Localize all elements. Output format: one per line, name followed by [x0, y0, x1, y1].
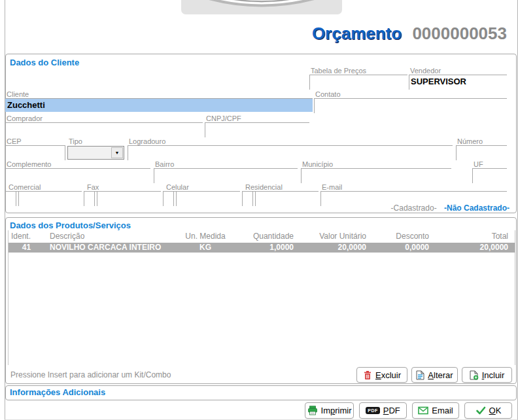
column-header-descricao: Descrição: [44, 232, 173, 241]
complemento-input[interactable]: [5, 168, 150, 183]
cell-desconto: 0,0000: [370, 243, 433, 253]
fax-ddd-input[interactable]: [84, 192, 95, 206]
column-header-quantidade: Quantidade: [238, 232, 298, 241]
residencial-input[interactable]: [255, 192, 319, 206]
comercial-input[interactable]: [18, 192, 82, 206]
fax-label: Fax: [87, 184, 161, 191]
column-header-valor-unitario: Valor Unitário: [298, 232, 370, 241]
contato-label: Contato: [315, 91, 507, 98]
residencial-ddd-input[interactable]: [242, 192, 253, 206]
email-button[interactable]: Email: [412, 402, 459, 419]
comercial-ddd-input[interactable]: [5, 192, 16, 206]
incluir-button[interactable]: Incluir: [462, 367, 512, 383]
envelope-icon: [418, 406, 428, 415]
field-celular: Celular: [163, 184, 240, 206]
logo-swoosh: [181, 0, 342, 14]
cadastrado-toggle[interactable]: -Cadastrado-: [391, 203, 437, 213]
client-status-row: -Cadastrado- -Não Cadastrado-: [391, 203, 509, 213]
document-type-title: Orçamento: [312, 24, 402, 43]
field-bairro: Bairro: [154, 161, 298, 183]
page-title: Orçamento 0000000053: [312, 24, 507, 44]
incluir-button-label: Incluir: [482, 370, 505, 380]
alterar-button-label: Alterar: [428, 370, 453, 380]
celular-ddd-input[interactable]: [163, 192, 174, 206]
column-header-total: Total: [433, 232, 515, 241]
cliente-input[interactable]: Zucchetti: [5, 98, 313, 112]
edit-document-icon: [416, 370, 424, 380]
tabela-de-precos-input[interactable]: [309, 75, 407, 90]
cliente-value: Zucchetti: [5, 99, 313, 110]
nao-cadastrado-toggle[interactable]: -Não Cadastrado-: [444, 203, 509, 213]
residencial-label: Residencial: [245, 184, 319, 191]
cell-quantidade: 1,0000: [238, 243, 298, 253]
comprador-label: Comprador: [7, 115, 203, 122]
company-logo: [181, 0, 342, 14]
alterar-button[interactable]: Alterar: [411, 367, 458, 383]
cnpj-cpf-input[interactable]: [205, 122, 309, 137]
field-contato: Contato: [314, 91, 507, 113]
imprimir-button-label: Imprimir: [321, 406, 352, 415]
imprimir-button[interactable]: Imprimir: [305, 402, 354, 419]
ok-button[interactable]: OK: [464, 402, 512, 419]
cliente-label: Cliente: [7, 91, 313, 98]
field-residencial: Residencial: [242, 184, 319, 206]
chevron-down-icon[interactable]: ▼: [111, 147, 123, 158]
field-complemento: Complemento: [5, 161, 150, 183]
uf-label: UF: [474, 161, 507, 168]
pdf-button[interactable]: PDF PDF: [359, 402, 407, 419]
complemento-label: Complemento: [7, 161, 150, 168]
column-header-ident: Ident.: [9, 232, 44, 241]
municipio-input[interactable]: [301, 168, 451, 183]
cell-total: 20,0000: [433, 243, 515, 253]
pdf-icon: PDF: [366, 407, 380, 414]
uf-input[interactable]: [472, 168, 507, 183]
cep-input[interactable]: [5, 145, 65, 160]
field-comercial: Comercial: [5, 184, 82, 206]
numero-input[interactable]: [456, 145, 507, 160]
municipio-label: Município: [302, 161, 451, 168]
excluir-button[interactable]: Excluir: [356, 367, 407, 383]
field-tipo: Tipo ▼: [67, 138, 124, 160]
field-cep: CEP: [5, 138, 65, 160]
cep-label: CEP: [7, 138, 65, 145]
table-row-selected[interactable]: 41 NOVILHO CARCACA INTEIRO KG 1,0000 20,…: [9, 243, 515, 253]
email-label: E-mail: [322, 184, 507, 191]
field-municipio: Município: [301, 161, 451, 183]
excluir-button-label: Excluir: [375, 370, 401, 380]
field-vendedor: Vendedor SUPERVISOR: [409, 67, 507, 90]
column-header-un-medida: Un. Medida: [173, 232, 238, 241]
client-section-title: Dados do Cliente: [10, 58, 79, 67]
insert-kit-hint: Pressione Insert para adicionar um Kit/C…: [10, 370, 171, 379]
logradouro-input[interactable]: [128, 145, 453, 160]
cell-descricao: NOVILHO CARCACA INTEIRO: [44, 243, 173, 253]
column-header-desconto: Desconto: [370, 232, 433, 241]
document-number: 0000000053: [412, 24, 507, 43]
field-numero: Número: [456, 138, 507, 160]
field-fax: Fax: [84, 184, 161, 206]
vendedor-value: SUPERVISOR: [409, 75, 507, 86]
comprador-input[interactable]: [5, 122, 203, 137]
tipo-select[interactable]: ▼: [67, 146, 124, 160]
field-logradouro: Logradouro: [128, 138, 453, 160]
grid-header-row: Ident. Descrição Un. Medida Quantidade V…: [9, 230, 515, 241]
additional-section-title: Informações Adicionais: [10, 387, 105, 397]
pdf-button-label: PDF: [383, 406, 400, 415]
bairro-input[interactable]: [154, 168, 298, 183]
field-email: E-mail: [320, 184, 507, 206]
contato-input[interactable]: [314, 98, 507, 113]
cnpj-cpf-label: CNPJ/CPF: [206, 115, 309, 122]
celular-label: Celular: [166, 184, 240, 191]
field-tabela-de-precos: Tabela de Preços: [309, 67, 407, 90]
vendedor-input[interactable]: SUPERVISOR: [409, 75, 507, 90]
add-document-icon: [470, 370, 479, 380]
cell-ident: 41: [9, 243, 44, 253]
cell-valor-unitario: 20,0000: [298, 243, 370, 253]
celular-input[interactable]: [176, 192, 240, 206]
field-comprador: Comprador: [5, 115, 203, 137]
numero-label: Número: [457, 138, 507, 145]
fax-input[interactable]: [97, 192, 161, 206]
cell-un-medida: KG: [173, 243, 238, 253]
products-grid[interactable]: Ident. Descrição Un. Medida Quantidade V…: [8, 230, 515, 365]
vendedor-label: Vendedor: [410, 67, 507, 75]
field-cnpj-cpf: CNPJ/CPF: [205, 115, 309, 137]
